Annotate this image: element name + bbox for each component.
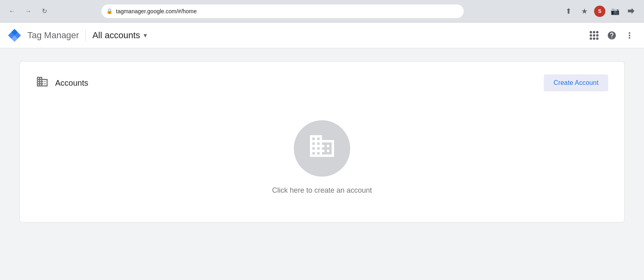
accounts-card: Accounts Create Account Click here to cr… bbox=[19, 61, 625, 222]
accounts-building-icon bbox=[36, 75, 49, 91]
profile-avatar[interactable]: S bbox=[594, 6, 605, 17]
gtm-logo bbox=[6, 27, 23, 43]
url-text: tagmanager.google.com/#/home bbox=[116, 8, 197, 14]
header-icons bbox=[586, 27, 638, 43]
back-button[interactable]: ← bbox=[6, 6, 18, 17]
logo-container: Tag Manager bbox=[6, 27, 79, 43]
share-icon[interactable]: ⬆ bbox=[562, 5, 575, 18]
empty-state-text: Click here to create an account bbox=[272, 186, 372, 195]
extensions-icon[interactable]: 🠲 bbox=[625, 5, 638, 18]
browser-chrome: ← → ↻ 🔒 tagmanager.google.com/#/home ⬆ ★… bbox=[0, 0, 644, 23]
app-header: Tag Manager All accounts ▼ bbox=[0, 23, 644, 48]
card-title-area: Accounts bbox=[36, 75, 88, 91]
browser-actions: ⬆ ★ S 📷 🠲 bbox=[562, 5, 638, 18]
chevron-down-icon: ▼ bbox=[142, 32, 148, 39]
more-vert-icon[interactable] bbox=[621, 27, 638, 43]
card-header: Accounts Create Account bbox=[36, 74, 608, 91]
lock-icon: 🔒 bbox=[106, 8, 113, 14]
reload-button[interactable]: ↻ bbox=[39, 6, 50, 17]
empty-icon-circle bbox=[294, 120, 350, 177]
apps-grid-icon[interactable] bbox=[586, 27, 602, 43]
empty-building-icon bbox=[308, 132, 336, 166]
app-name: Tag Manager bbox=[27, 30, 79, 41]
camera-icon[interactable]: 📷 bbox=[609, 5, 621, 18]
header-divider bbox=[85, 29, 86, 42]
all-accounts-button[interactable]: All accounts ▼ bbox=[92, 30, 148, 41]
address-bar[interactable]: 🔒 tagmanager.google.com/#/home bbox=[101, 4, 464, 18]
forward-button[interactable]: → bbox=[23, 6, 34, 17]
grid-dots bbox=[590, 31, 599, 40]
help-icon[interactable] bbox=[604, 27, 620, 43]
create-account-button[interactable]: Create Account bbox=[544, 74, 608, 91]
card-title: Accounts bbox=[55, 78, 88, 88]
all-accounts-label: All accounts bbox=[92, 30, 140, 41]
main-content: Accounts Create Account Click here to cr… bbox=[0, 48, 644, 280]
bookmark-icon[interactable]: ★ bbox=[578, 5, 591, 18]
empty-state: Click here to create an account bbox=[36, 104, 608, 203]
